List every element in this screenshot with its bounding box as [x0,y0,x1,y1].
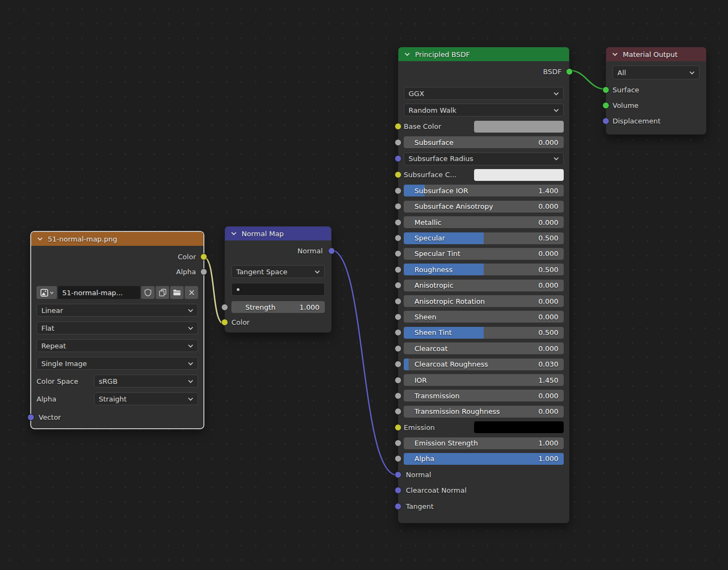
transmission-roughness-row: Transmission Roughness0.000 [404,406,564,418]
target-dropdown[interactable]: All [613,65,700,79]
alpha-slider[interactable]: Alpha1.000 [404,453,564,465]
random-walk-dropdown[interactable]: Random Walk [404,104,564,116]
specular-tint-slider[interactable]: Specular Tint0.000 [404,248,564,260]
input-label: Surface [613,86,639,94]
normal-map-node[interactable]: Normal Map Normal Tangent Space Strength… [224,226,332,333]
transmission-input-socket[interactable] [395,392,402,399]
uv-map-field[interactable] [231,283,325,296]
sheen-input-socket[interactable] [395,313,402,320]
image-texture-header[interactable]: 51-normal-map.png [31,232,203,246]
collapse-chevron-icon[interactable] [231,231,237,236]
displacement-input-socket[interactable] [602,118,609,125]
principled-bsdf-node[interactable]: Principled BSDF BSDF GGXRandom WalkBase … [398,47,570,523]
surface-input-socket[interactable] [602,86,609,93]
unlink-button[interactable] [185,286,198,299]
duplicate-button[interactable] [156,286,169,299]
subsurface-c-input-socket[interactable] [395,171,402,178]
specular-input-socket[interactable] [395,235,402,242]
dropdown-value: Random Walk [409,106,554,114]
material-output-node[interactable]: Material Output All SurfaceVolumeDisplac… [606,47,707,135]
image-name-field[interactable]: 51-normal-map... [58,286,140,299]
metallic-slider[interactable]: Metallic0.000 [404,216,564,228]
random-walk-row: Random Walk [404,104,564,116]
clearcoat-roughness-input-socket[interactable] [395,361,402,368]
anisotropic-input-socket[interactable] [395,282,402,289]
subsurface-anisotropy-input-socket[interactable] [395,203,402,210]
flat-dropdown[interactable]: Flat [37,321,198,334]
normal-input-socket[interactable] [395,471,402,478]
specular-tint-input-socket[interactable] [395,250,402,257]
color-space-dropdown[interactable]: sRGB [94,375,198,388]
subsurface-slider[interactable]: Subsurface0.000 [404,136,564,148]
shield-icon [144,289,151,296]
subsurface-ior-slider[interactable]: Subsurface IOR1.400 [404,185,564,196]
space-dropdown[interactable]: Tangent Space [231,265,325,278]
subsurface-radius-input-socket[interactable] [395,155,402,162]
clearcoat-input-socket[interactable] [395,345,402,352]
input-label: Volume [613,101,638,109]
subsurface-anisotropy-slider[interactable]: Subsurface Anisotropy0.000 [404,201,564,213]
subsurface-c-swatch[interactable] [474,169,564,181]
image-texture-node[interactable]: 51-normal-map.png Color Alpha 51-normal-… [31,231,204,429]
clearcoat-roughness-slider[interactable]: Clearcoat Roughness0.030 [404,359,564,370]
material-output-header[interactable]: Material Output [606,47,706,61]
roughness-input-socket[interactable] [395,266,402,273]
vector-input-socket[interactable] [27,414,34,421]
emission-swatch[interactable] [474,421,564,433]
emission-input-socket[interactable] [395,424,402,431]
clearcoat-slider[interactable]: Clearcoat0.000 [404,342,564,354]
principled-bsdf-header[interactable]: Principled BSDF [398,47,569,61]
clearcoat-normal-input-socket[interactable] [395,487,402,494]
ior-slider[interactable]: IOR1.450 [404,374,564,386]
transmission-roughness-input-socket[interactable] [395,408,402,415]
specular-slider[interactable]: Specular0.500 [404,232,564,244]
anisotropic-rotation-slider[interactable]: Anisotropic Rotation0.000 [404,295,564,307]
tangent-input-socket[interactable] [395,503,402,510]
subsurface-c-row: Subsurface C... [404,169,564,181]
alpha-input-socket[interactable] [395,455,402,462]
single-image-dropdown[interactable]: Single Image [37,357,198,370]
subsurface-input-socket[interactable] [395,139,402,146]
slider-value: 0.000 [538,250,564,258]
strength-input-socket[interactable] [221,304,228,311]
subsurface-radius-dropdown[interactable]: Subsurface Radius [404,152,564,165]
normal-output-socket[interactable] [328,247,335,254]
strength-slider[interactable]: Strength 1.000 [231,301,325,313]
ior-input-socket[interactable] [395,377,402,384]
collapse-chevron-icon[interactable] [37,237,43,241]
transmission-slider[interactable]: Transmission0.000 [404,390,564,401]
open-image-button[interactable] [170,286,184,299]
normal-map-header[interactable]: Normal Map [225,226,331,240]
image-browse-button[interactable] [37,286,57,299]
color-output-socket[interactable] [200,253,207,260]
roughness-slider[interactable]: Roughness0.500 [404,264,564,275]
volume-input-socket[interactable] [602,102,609,109]
linear-dropdown[interactable]: Linear [37,304,198,317]
base-color-input-socket[interactable] [395,123,402,130]
emission-strength-input-socket[interactable] [395,440,402,447]
dropdown-value: Subsurface Radius [409,155,554,163]
transmission-roughness-slider[interactable]: Transmission Roughness0.000 [404,406,564,418]
collapse-chevron-icon[interactable] [404,52,410,56]
alpha-mode-dropdown[interactable]: Straight [94,392,198,405]
emission-strength-slider[interactable]: Emission Strength1.000 [404,437,564,449]
repeat-dropdown[interactable]: Repeat [37,339,198,352]
slider-label: Sheen [404,313,538,321]
anisotropic-slider[interactable]: Anisotropic0.000 [404,280,564,291]
bsdf-output-socket[interactable] [566,68,573,75]
base-color-swatch[interactable] [474,121,564,133]
alpha-output-socket[interactable] [200,268,207,275]
color-input-socket[interactable] [221,319,228,326]
slider-label: Alpha [404,455,538,463]
subsurface-ior-input-socket[interactable] [395,187,402,194]
image-icon [40,289,48,297]
sheen-tint-input-socket[interactable] [395,329,402,336]
collapse-chevron-icon[interactable] [612,52,618,56]
slider-value: 1.000 [538,439,564,447]
sheen-tint-slider[interactable]: Sheen Tint0.500 [404,327,564,339]
fake-user-button[interactable] [141,286,155,299]
anisotropic-rotation-input-socket[interactable] [395,298,402,305]
sheen-slider[interactable]: Sheen0.000 [404,311,564,323]
ggx-dropdown[interactable]: GGX [404,87,564,100]
metallic-input-socket[interactable] [395,219,402,226]
